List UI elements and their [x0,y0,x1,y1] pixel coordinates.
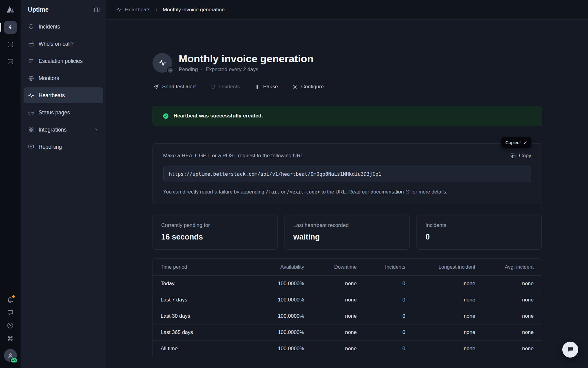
sidebar-item-monitors[interactable]: Monitors [24,70,103,86]
stat-label: Last heartbeat recorded [293,222,401,228]
send-test-alert-button[interactable]: Send test alert [153,84,196,90]
sidebar-item-escalation-policies[interactable]: Escalation policies [24,53,103,69]
configure-button[interactable]: Configure [292,84,324,90]
rail-item-uptime[interactable] [4,21,17,34]
rail-item-app-3[interactable] [4,55,17,68]
col-time-period: Time period [153,259,250,276]
exit-code: /<exit-code> [287,189,320,195]
copy-label: Copy [519,153,531,159]
sidebar-item-status-pages[interactable]: Status pages [24,105,103,121]
user-avatar[interactable]: AS [4,349,17,362]
cell-period: Last 365 days [153,324,250,341]
list-icon [28,58,34,64]
sidebar-item-reporting[interactable]: Reporting [24,139,103,155]
col-incidents: Incidents [365,259,413,276]
globe-icon [28,75,34,82]
telemetry-icon [7,58,14,65]
check-circle-icon [163,113,169,119]
hint-middle: to the URL. Read our [320,189,371,194]
cell-period: Today [153,276,250,292]
cell-availability: 100.0000% [250,308,312,324]
pause-icon [254,84,260,90]
hint-prefix: You can directly report a failure by app… [163,189,266,194]
pulse-icon [116,7,122,13]
sidebar-item-label: Escalation policies [39,58,83,64]
col-availability: Availability [250,259,312,276]
heartbeat-url-value: https://uptime.betterstack.com/api/v1/he… [169,171,382,177]
cell-period: Last 30 days [153,308,250,324]
sidebar-item-heartbeats[interactable]: Heartbeats [24,87,103,103]
availability-table-card: Time period Availability Downtime Incide… [153,258,542,357]
url-instruction: Make a HEAD, GET, or a POST request to t… [163,153,303,159]
main-content: Monthly invoice generation Pending · Exp… [106,20,588,368]
sidebar-item-whos-on-call[interactable]: Who's on-call? [24,36,103,52]
external-link-icon [405,190,410,194]
col-longest-incident: Longest incident [413,259,483,276]
sidebar-item-incidents[interactable]: Incidents [24,19,103,35]
cell-avg: none [483,308,542,324]
help-icon[interactable] [7,322,14,329]
notifications-bell-icon[interactable] [7,296,14,303]
cell-incidents: 0 [365,308,413,324]
sidebar-item-integrations[interactable]: Integrations [24,122,103,138]
pause-button[interactable]: Pause [254,84,278,90]
configure-label: Configure [301,84,324,90]
shield-icon [210,84,216,90]
action-bar: Send test alert Incidents Pause Configur… [153,84,542,90]
sidebar-item-label: Heartbeats [39,92,65,99]
chevron-right-icon [93,127,99,132]
cell-incidents: 0 [365,324,413,341]
sidebar-item-label: Status pages [39,109,70,116]
table-row: All time 100.0000% none 0 none none [153,341,542,357]
heartbeat-avatar [153,53,172,73]
collapse-sidebar-icon[interactable] [93,6,100,13]
grid-icon [28,127,34,133]
report-icon [28,144,34,150]
uptime-bolt-icon [7,24,14,31]
cell-avg: none [483,341,542,357]
cell-availability: 100.0000% [250,341,312,357]
breadcrumb-heartbeats[interactable]: Heartbeats [116,7,150,13]
stat-value: waiting [293,232,401,241]
col-downtime: Downtime [312,259,364,276]
feedback-chat-icon[interactable] [7,309,14,316]
cell-period: All time [153,341,250,357]
documentation-link[interactable]: documentation [371,189,404,194]
send-test-alert-label: Send test alert [162,84,196,90]
cell-longest: none [413,276,483,292]
heartbeat-url-card: Copied! ✓ Make a HEAD, GET, or a POST re… [153,143,542,204]
cell-period: Last 7 days [153,292,250,308]
stat-card-last-heartbeat: Last heartbeat recorded waiting [285,214,410,250]
team-badge: AS [10,358,18,363]
page-subtitle: Pending · Expected every 2 days [179,67,314,73]
notification-dot [12,295,15,298]
betterstack-logo-icon[interactable] [6,4,15,14]
expected-schedule: Expected every 2 days [206,67,258,73]
app-rail: AS [0,0,21,368]
sidebar-item-label: Incidents [39,24,60,30]
cell-avg: none [483,276,542,292]
incidents-label: Incidents [219,84,240,90]
stat-value: 0 [425,232,533,241]
sidebar-item-label: Monitors [39,75,59,82]
heartbeat-url-field[interactable]: https://uptime.betterstack.com/api/v1/he… [163,166,531,182]
table-row: Last 7 days 100.0000% none 0 none none [153,292,542,308]
table-header-row: Time period Availability Downtime Incide… [153,259,542,276]
stat-label: Currently pending for [161,222,269,228]
cell-availability: 100.0000% [250,276,312,292]
live-chat-button[interactable] [562,342,578,358]
stat-card-pending: Currently pending for 16 seconds [153,214,278,250]
col-avg-incident: Avg. incident [483,259,542,276]
content-container: Monthly invoice generation Pending · Exp… [153,20,542,357]
cell-incidents: 0 [365,292,413,308]
table-row: Last 365 days 100.0000% none 0 none none [153,324,542,341]
rail-item-app-2[interactable] [4,38,17,51]
copy-icon [510,153,516,159]
cell-incidents: 0 [365,276,413,292]
incidents-button[interactable]: Incidents [210,84,240,90]
copy-url-button[interactable]: Copy [510,153,531,159]
topbar: Heartbeats Monthly invoice generation [106,0,588,20]
cell-availability: 100.0000% [250,324,312,341]
cell-downtime: none [312,308,364,324]
command-palette-icon[interactable] [7,335,14,342]
